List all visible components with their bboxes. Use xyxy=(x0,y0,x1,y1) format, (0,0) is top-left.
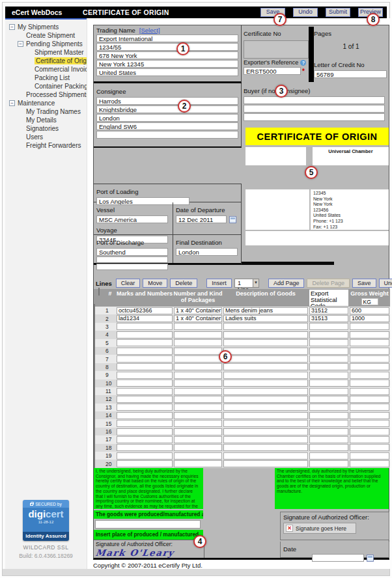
code-input[interactable] xyxy=(309,355,348,363)
weight-input[interactable] xyxy=(350,444,389,451)
description-input[interactable] xyxy=(223,323,308,330)
marks-input[interactable] xyxy=(117,444,173,451)
letter-of-credit-input[interactable]: 56789 xyxy=(314,70,387,78)
marks-input[interactable] xyxy=(117,363,173,370)
select-all-checkbox[interactable] xyxy=(98,288,100,296)
packages-input[interactable] xyxy=(174,339,222,346)
packages-input[interactable] xyxy=(174,331,222,338)
marks-input[interactable]: octcu452366 xyxy=(117,307,173,314)
code-input[interactable] xyxy=(309,339,348,346)
header-kg-input[interactable]: KG xyxy=(361,298,378,305)
code-input[interactable] xyxy=(309,363,348,370)
help-icon[interactable]: ? xyxy=(300,60,306,66)
description-input[interactable] xyxy=(223,355,308,363)
signature-placeholder[interactable]: ✕ Signature goes Here xyxy=(283,523,356,534)
weight-input[interactable] xyxy=(350,323,389,330)
weight-input[interactable] xyxy=(350,436,389,443)
form-input-line[interactable] xyxy=(96,131,238,139)
sidebar-item-users[interactable]: Users xyxy=(5,133,87,141)
final-destination-input[interactable]: London xyxy=(176,248,238,256)
tree-collapse-icon[interactable]: − xyxy=(9,24,15,30)
form-input-line[interactable]: London xyxy=(96,114,238,122)
marks-input[interactable] xyxy=(117,372,173,379)
form-input-line[interactable] xyxy=(96,256,168,263)
marks-input[interactable] xyxy=(117,323,173,330)
sidebar-item-certificate-of-origin[interactable]: Certificate of Origin xyxy=(5,57,87,65)
packages-input[interactable] xyxy=(174,379,222,387)
packages-input[interactable] xyxy=(174,428,222,435)
marks-input[interactable] xyxy=(117,412,173,419)
sidebar-item-create-shipment[interactable]: Create Shipment xyxy=(5,31,87,40)
sidebar-item-commercial-invoice[interactable]: Commercial Invoice xyxy=(5,65,87,74)
marks-input[interactable] xyxy=(117,396,173,403)
packages-input[interactable] xyxy=(174,436,222,443)
code-input[interactable] xyxy=(309,412,348,419)
sidebar-item-container-packing-list[interactable]: Container Packing List xyxy=(5,82,87,90)
form-input-line[interactable]: Harrods xyxy=(96,97,238,105)
form-input-line[interactable] xyxy=(96,264,168,270)
marks-input[interactable] xyxy=(117,388,173,395)
delete-button[interactable]: Delete xyxy=(170,279,197,288)
packages-input[interactable] xyxy=(174,412,222,419)
marks-input[interactable] xyxy=(117,379,173,387)
form-input-line[interactable]: Export International xyxy=(96,34,238,42)
packages-input[interactable]: 1 x 40" Container xyxy=(174,307,222,314)
code-input[interactable] xyxy=(309,323,348,330)
form-input-line[interactable]: United States xyxy=(96,68,238,76)
description-input[interactable]: Mens denim jeans xyxy=(223,307,308,314)
lines-undo-button[interactable]: Undo xyxy=(379,279,392,288)
line-count-select[interactable]: 1 Line ▼ xyxy=(234,279,259,288)
weight-input[interactable]: 600 xyxy=(350,307,389,314)
description-input[interactable] xyxy=(223,363,308,370)
sidebar-item-freight-forwarders[interactable]: Freight Forwarders xyxy=(5,141,87,150)
sidebar-item-shipment-master[interactable]: Shipment Master xyxy=(5,48,87,57)
code-input[interactable] xyxy=(309,428,348,435)
description-input[interactable] xyxy=(223,372,308,379)
weight-input[interactable] xyxy=(350,404,389,411)
weight-input[interactable] xyxy=(350,372,389,379)
marks-input[interactable] xyxy=(117,348,173,355)
clear-button[interactable]: Clear xyxy=(116,279,141,288)
code-input[interactable]: 31512 xyxy=(309,307,348,314)
description-input[interactable] xyxy=(223,404,308,411)
add-page-button[interactable]: Add Page xyxy=(268,279,305,288)
calendar-icon[interactable] xyxy=(229,216,236,223)
code-input[interactable] xyxy=(309,388,348,395)
exporters-reference-input[interactable]: ERST5000 xyxy=(244,67,301,75)
packages-input[interactable] xyxy=(174,372,222,379)
description-input[interactable] xyxy=(223,436,308,443)
produced-at-input[interactable] xyxy=(95,520,201,529)
trading-name-select-link[interactable]: [Select] xyxy=(139,27,160,34)
description-input[interactable] xyxy=(223,452,308,460)
packages-input[interactable] xyxy=(174,396,222,403)
weight-input[interactable] xyxy=(350,363,389,370)
weight-input[interactable] xyxy=(350,331,389,338)
marks-input[interactable] xyxy=(117,460,173,467)
marks-input[interactable] xyxy=(117,436,173,443)
lines-save-button[interactable]: Save xyxy=(352,279,376,288)
weight-input[interactable] xyxy=(350,412,389,419)
bottom-scroll-band[interactable] xyxy=(3,569,389,575)
description-input[interactable] xyxy=(223,348,308,355)
code-input[interactable] xyxy=(309,420,348,427)
description-input[interactable]: Ladies suits xyxy=(223,315,308,322)
sidebar-item-packing-list[interactable]: Packing List xyxy=(5,74,87,82)
move-button[interactable]: Move xyxy=(143,279,167,288)
code-input[interactable] xyxy=(309,348,348,355)
sidebar-item-my-trading-names[interactable]: My Trading Names xyxy=(5,107,87,116)
marks-input[interactable] xyxy=(117,452,173,460)
code-input[interactable] xyxy=(309,404,348,411)
form-input-line[interactable]: Southend xyxy=(96,248,168,256)
description-input[interactable] xyxy=(223,420,308,427)
form-input-line[interactable]: New York 12345 xyxy=(96,60,238,68)
code-input[interactable] xyxy=(309,396,348,403)
packages-input[interactable] xyxy=(174,388,222,395)
date-input[interactable] xyxy=(312,554,364,562)
description-input[interactable] xyxy=(223,388,308,395)
weight-input[interactable] xyxy=(350,452,389,460)
description-input[interactable] xyxy=(223,428,308,435)
date-calendar-icon[interactable] xyxy=(367,555,374,562)
weight-input[interactable]: 1000 xyxy=(350,315,389,322)
packages-input[interactable] xyxy=(174,348,222,355)
code-input[interactable] xyxy=(309,372,348,379)
